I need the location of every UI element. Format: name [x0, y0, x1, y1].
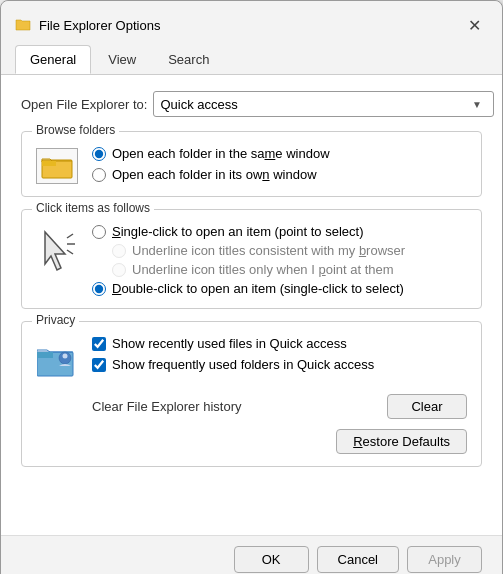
click-radios-group: Single-click to open an item (point to s… — [92, 224, 405, 296]
radio-underline-browser-label: Underline icon titles consistent with my… — [132, 243, 405, 258]
underline-sub-group: Underline icon titles consistent with my… — [112, 243, 405, 277]
folder-title-icon — [15, 17, 31, 33]
radio-single-click-input[interactable] — [92, 225, 106, 239]
radio-own-window-label: Open each folder in its own window — [112, 167, 317, 182]
open-to-row: Open File Explorer to: Quick access This… — [21, 91, 482, 117]
svg-rect-7 — [37, 352, 53, 358]
privacy-icon-box — [36, 336, 78, 384]
checkbox-frequent-folders-label: Show frequently used folders in Quick ac… — [112, 357, 374, 372]
privacy-title: Privacy — [32, 313, 79, 327]
radio-underline-point-input — [112, 263, 126, 277]
checkbox-recent-files-label: Show recently used files in Quick access — [112, 336, 347, 351]
title-bar-left: File Explorer Options — [15, 17, 160, 33]
privacy-icon — [37, 338, 77, 382]
tab-general[interactable]: General — [15, 45, 91, 74]
window-title: File Explorer Options — [39, 18, 160, 33]
apply-button[interactable]: Apply — [407, 546, 482, 573]
tab-content-general: Open File Explorer to: Quick access This… — [1, 75, 502, 535]
cancel-button[interactable]: Cancel — [317, 546, 399, 573]
file-explorer-options-window: File Explorer Options ✕ General View Sea… — [0, 0, 503, 574]
checkbox-recent-files-input[interactable] — [92, 337, 106, 351]
tab-bar: General View Search — [1, 39, 502, 75]
bottom-bar: OK Cancel Apply — [1, 535, 502, 574]
open-to-label: Open File Explorer to: — [21, 97, 147, 112]
radio-underline-browser[interactable]: Underline icon titles consistent with my… — [112, 243, 405, 258]
privacy-checkbox-group: Show recently used files in Quick access… — [92, 336, 374, 372]
radio-same-window-input[interactable] — [92, 147, 106, 161]
tab-view[interactable]: View — [93, 45, 151, 74]
radio-same-window[interactable]: Open each folder in the same window — [92, 146, 330, 161]
click-items-title: Click items as follows — [32, 201, 154, 215]
title-bar: File Explorer Options ✕ — [1, 1, 502, 39]
checkbox-frequent-folders[interactable]: Show frequently used folders in Quick ac… — [92, 357, 374, 372]
restore-defaults-row: Restore Defaults — [36, 429, 467, 454]
click-items-inner: Single-click to open an item (point to s… — [36, 224, 467, 296]
click-items-group: Click items as follows Single- — [21, 209, 482, 309]
svg-marker-2 — [45, 232, 65, 270]
close-button[interactable]: ✕ — [460, 11, 488, 39]
browse-folders-inner: Open each folder in the same window Open… — [36, 146, 467, 184]
folder-browse-icon — [41, 152, 73, 180]
clear-button[interactable]: Clear — [387, 394, 467, 419]
radio-own-window[interactable]: Open each folder in its own window — [92, 167, 330, 182]
restore-defaults-button[interactable]: Restore Defaults — [336, 429, 467, 454]
radio-double-click-label: Double-click to open an item (single-cli… — [112, 281, 404, 296]
radio-single-click-label: Single-click to open an item (point to s… — [112, 224, 363, 239]
open-to-select[interactable]: Quick access This PC — [153, 91, 494, 117]
privacy-group: Privacy — [21, 321, 482, 467]
radio-same-window-label: Open each folder in the same window — [112, 146, 330, 161]
folder-icon-box — [36, 148, 78, 184]
radio-underline-browser-input — [112, 244, 126, 258]
privacy-inner: Show recently used files in Quick access… — [36, 336, 467, 384]
open-to-select-wrapper: Quick access This PC ▼ — [153, 91, 482, 117]
browse-folders-group: Browse folders Open each folder in the s… — [21, 131, 482, 197]
radio-underline-point-label: Underline icon titles only when I point … — [132, 262, 394, 277]
cursor-icon — [39, 228, 75, 276]
cursor-icon-box — [36, 226, 78, 278]
clear-history-row: Clear File Explorer history Clear — [36, 394, 467, 419]
svg-point-9 — [63, 354, 68, 359]
checkbox-frequent-folders-input[interactable] — [92, 358, 106, 372]
radio-own-window-input[interactable] — [92, 168, 106, 182]
clear-history-label: Clear File Explorer history — [92, 399, 242, 414]
ok-button[interactable]: OK — [234, 546, 309, 573]
radio-double-click[interactable]: Double-click to open an item (single-cli… — [92, 281, 405, 296]
svg-line-5 — [67, 250, 73, 254]
checkbox-recent-files[interactable]: Show recently used files in Quick access — [92, 336, 374, 351]
radio-underline-point[interactable]: Underline icon titles only when I point … — [112, 262, 405, 277]
radio-double-click-input[interactable] — [92, 282, 106, 296]
svg-line-3 — [67, 234, 73, 238]
radio-single-click[interactable]: Single-click to open an item (point to s… — [92, 224, 405, 239]
svg-rect-1 — [42, 161, 56, 166]
browse-folders-title: Browse folders — [32, 123, 119, 137]
tab-search[interactable]: Search — [153, 45, 224, 74]
browse-radio-group: Open each folder in the same window Open… — [92, 146, 330, 182]
